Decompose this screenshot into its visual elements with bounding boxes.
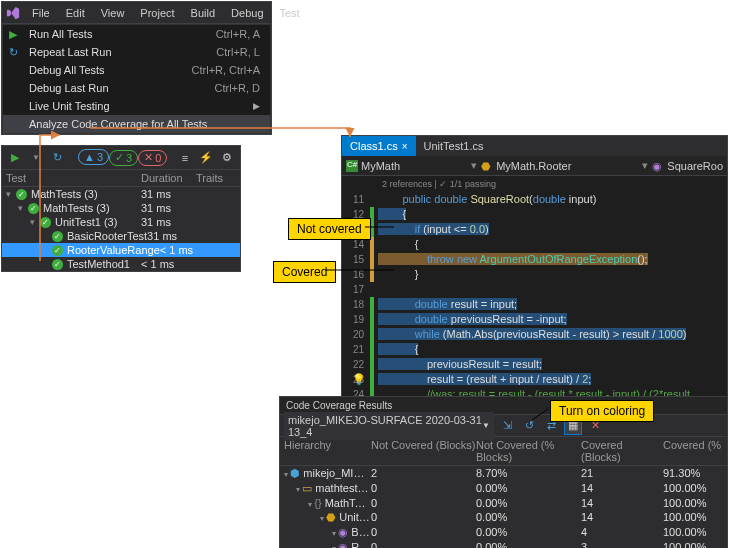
coverage-row[interactable]: ▾ ⬢ mikejo_MIKEJO-SURFACE 2020-03-31 13_… (280, 466, 727, 481)
col-test: Test (6, 172, 141, 184)
coverage-row[interactable]: ▾ ▭ mathtests.dll00.00%14100.00% (280, 481, 727, 496)
pass-icon: ✓ (16, 189, 27, 200)
cc-col-cov: Covered (Blocks) (581, 439, 663, 463)
menu-project[interactable]: Project (132, 4, 182, 22)
m-icon: ◉ (338, 541, 348, 548)
col-duration: Duration (141, 172, 196, 184)
sess-icon: ⬢ (290, 467, 300, 479)
pass-icon: ✓ (52, 259, 63, 270)
export-icon[interactable]: ⇲ (498, 417, 516, 435)
annotation-coloring: Turn on coloring (550, 400, 654, 422)
test-row[interactable]: ✓RooterValueRange< 1 ms (2, 243, 240, 257)
coverage-row[interactable]: ▾ ⬣ UnitTest100.00%14100.00% (280, 510, 727, 525)
run-dropdown[interactable]: ▼ (27, 149, 45, 167)
close-tab-icon[interactable]: × (402, 141, 408, 152)
dll-icon: ▭ (302, 482, 312, 494)
playlist-button[interactable]: ≡ (176, 149, 194, 167)
test-filter-button[interactable]: ⚡ (197, 149, 215, 167)
menu-view[interactable]: View (93, 4, 133, 22)
editor-tab[interactable]: UnitTest1.cs (416, 136, 492, 156)
menu-test[interactable]: Test (272, 4, 308, 22)
test-row[interactable]: ▾✓MathTests (3)31 ms (2, 187, 240, 201)
cc-col-notcov: Not Covered (Blocks) (371, 439, 476, 463)
run-button[interactable]: ▶ (6, 149, 24, 167)
menu-item-live-unit-testing[interactable]: Live Unit Testing▶ (3, 97, 270, 115)
class-icon: ⬣ (481, 160, 493, 172)
test-count-pill[interactable]: ✕0 (138, 150, 167, 166)
m-icon: ◉ (338, 526, 348, 538)
menu-item-repeat-last-run[interactable]: ↻Repeat Last RunCtrl+R, L (3, 43, 270, 61)
test-row[interactable]: ▾✓MathTests (3)31 ms (2, 201, 240, 215)
test-row[interactable]: ✓TestMethod1< 1 ms (2, 257, 240, 271)
pass-icon: ✓ (52, 231, 63, 242)
test-row[interactable]: ▾✓UnitTest1 (3)31 ms (2, 215, 240, 229)
coverage-tree: ▾ ⬢ mikejo_MIKEJO-SURFACE 2020-03-31 13_… (280, 466, 727, 548)
menu-debug[interactable]: Debug (223, 4, 271, 22)
coverage-row[interactable]: ▾ {} MathTests00.00%14100.00% (280, 496, 727, 510)
cc-col-covpct: Covered (% (663, 439, 723, 463)
test-count-pill[interactable]: ▲3 (78, 149, 109, 165)
editor-tab[interactable]: Class1.cs× (342, 136, 416, 156)
test-count-pill[interactable]: ✓3 (109, 150, 138, 166)
annotation-not-covered: Not covered (288, 218, 371, 240)
coverage-row[interactable]: ▾ ◉ BasicRooterTest()00.00%4100.00% (280, 525, 727, 540)
repeat-button[interactable]: ↻ (48, 149, 66, 167)
pass-icon: ✓ (52, 245, 63, 256)
cc-col-notcovpct: Not Covered (% Blocks) (476, 439, 581, 463)
import-icon[interactable]: ↺ (520, 417, 538, 435)
test-menu-dropdown: ▶Run All TestsCtrl+R, A↻Repeat Last RunC… (2, 24, 271, 134)
csharp-icon: C# (346, 160, 358, 172)
cc-col-hierarchy: Hierarchy (284, 439, 371, 463)
ns-icon: {} (314, 497, 321, 509)
menu-item-debug-all-tests[interactable]: Debug All TestsCtrl+R, Ctrl+A (3, 61, 270, 79)
menu-build[interactable]: Build (183, 4, 223, 22)
coverage-session-dropdown[interactable]: mikejo_MIKEJO-SURFACE 2020-03-31 13_4▼ (284, 412, 494, 440)
test-tree: ▾✓MathTests (3)31 ms▾✓MathTests (3)31 ms… (2, 187, 240, 271)
settings-icon[interactable]: ⚙ (218, 149, 236, 167)
menu-item-debug-last-run[interactable]: Debug Last RunCtrl+R, D (3, 79, 270, 97)
lightbulb-icon[interactable]: 💡 (352, 372, 366, 387)
crumb-method[interactable]: ◉SquareRoo (652, 160, 723, 172)
editor-tabs: Class1.cs×UnitTest1.cs (342, 136, 727, 156)
col-traits: Traits (196, 172, 236, 184)
crumb-class[interactable]: ⬣MyMath.Rooter (481, 160, 571, 172)
pass-icon: ✓ (28, 203, 39, 214)
pass-icon: ✓ (40, 217, 51, 228)
code-area[interactable]: 2 references | ✓ 1/1 passing11 public do… (342, 176, 727, 402)
method-icon: ◉ (652, 160, 664, 172)
menu-item-run-all-tests[interactable]: ▶Run All TestsCtrl+R, A (3, 25, 270, 43)
cls-icon: ⬣ (326, 511, 336, 523)
crumb-project[interactable]: C#MyMath (346, 160, 400, 172)
menu-item-analyze-code-coverage-for-all-tests[interactable]: Analyze Code Coverage for All Tests (3, 115, 270, 133)
menu-file[interactable]: File (24, 4, 58, 22)
vs-logo-icon (6, 3, 20, 23)
coverage-row[interactable]: ▾ ◉ RooterOneValue(MyMath.Ro...00.00%310… (280, 540, 727, 548)
test-row[interactable]: ✓BasicRooterTest31 ms (2, 229, 240, 243)
menu-edit[interactable]: Edit (58, 4, 93, 22)
annotation-covered: Covered (273, 261, 336, 283)
